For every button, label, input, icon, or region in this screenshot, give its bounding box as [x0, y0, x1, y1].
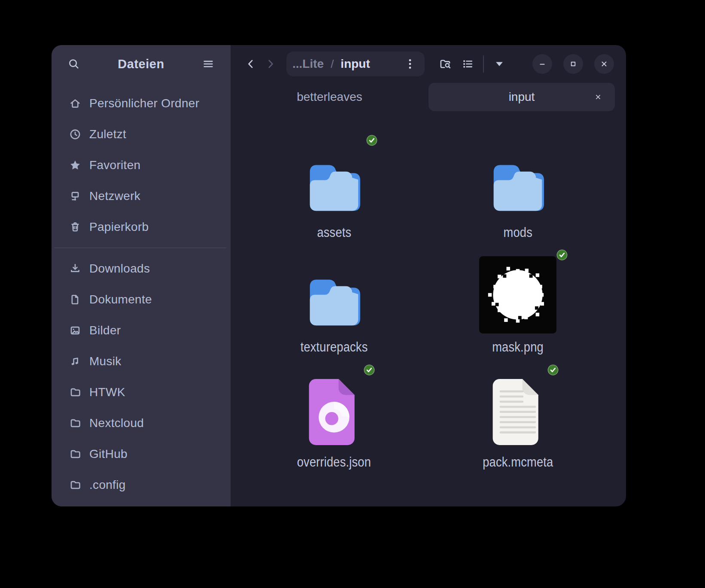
close-button[interactable] — [594, 54, 614, 74]
sidebar-item-label: Nextcloud — [89, 416, 144, 430]
file-name-label: mods — [503, 225, 532, 240]
search-icon[interactable] — [64, 55, 83, 73]
synced-check-emblem — [366, 135, 377, 146]
toolbar: ...Lite / input — [231, 45, 626, 83]
sidebar-item-label: Bilder — [89, 324, 121, 337]
file-name-label: pack.mcmeta — [483, 455, 553, 470]
folder-icon — [302, 252, 366, 333]
tab-label: input — [509, 90, 535, 104]
sidebar-item-pers-nlicher-ordner[interactable]: Persönlicher Ordner — [52, 88, 231, 119]
tab-input[interactable]: input — [428, 83, 615, 111]
file-name-label: overrides.json — [297, 455, 371, 470]
back-icon[interactable] — [241, 54, 261, 74]
sidebar-item-label: GitHub — [89, 447, 128, 461]
folder-icon — [69, 417, 82, 430]
sidebar-item-label: HTWK — [89, 385, 125, 399]
file-item-mask-png[interactable]: mask.png — [445, 252, 591, 355]
file-grid: assets mods texturepacks mask.png overri… — [231, 111, 626, 506]
kebab-menu-icon[interactable] — [401, 55, 419, 73]
synced-check-emblem — [556, 249, 568, 261]
forward-icon[interactable] — [261, 54, 280, 74]
sidebar-item-zuletzt[interactable]: Zuletzt — [52, 119, 231, 150]
sidebar-item-favoriten[interactable]: Favoriten — [52, 150, 231, 181]
toolbar-separator — [483, 55, 484, 73]
folder-search-icon[interactable] — [436, 55, 455, 73]
sidebar-list: Persönlicher Ordner Zuletzt Favoriten Ne… — [52, 83, 231, 500]
sidebar-item-label: Zuletzt — [89, 127, 126, 141]
tab-bar: betterleavesinput — [231, 83, 626, 111]
file-name-label: mask.png — [492, 339, 544, 355]
file-name-label: texturepacks — [301, 339, 368, 355]
file-icon — [479, 252, 556, 333]
tab-close-icon[interactable] — [591, 90, 605, 104]
sidebar-item-papierkorb[interactable]: Papierkorb — [52, 212, 231, 242]
tab-betterleaves[interactable]: betterleaves — [231, 83, 428, 111]
document-icon — [69, 293, 82, 306]
sidebar-item-label: Downloads — [89, 262, 150, 276]
sidebar-item-nextcloud[interactable]: Nextcloud — [52, 408, 231, 439]
star-icon — [69, 159, 82, 172]
folder-icon — [69, 479, 82, 491]
breadcrumb-ancestor[interactable]: ...Lite — [292, 57, 324, 71]
synced-check-emblem — [547, 364, 559, 376]
file-icon — [488, 367, 547, 449]
app-title: Dateien — [83, 57, 199, 71]
file-icon — [304, 367, 364, 449]
file-item-texturepacks[interactable]: texturepacks — [261, 252, 407, 355]
sidebar-item-label: Persönlicher Ordner — [89, 97, 199, 110]
view-options-dropdown-icon[interactable] — [490, 55, 509, 73]
sidebar-header: Dateien — [52, 45, 231, 83]
sidebar-item-dokumente[interactable]: Dokumente — [52, 284, 231, 315]
file-item-overrides-json[interactable]: overrides.json — [261, 367, 407, 470]
sidebar-item-bilder[interactable]: Bilder — [52, 315, 231, 346]
folder-icon — [486, 137, 550, 219]
network-icon — [69, 190, 82, 203]
folder-icon — [302, 137, 366, 219]
sidebar-item-htwk[interactable]: HTWK — [52, 377, 231, 408]
sidebar-item-musik[interactable]: Musik — [52, 346, 231, 377]
file-item-mods[interactable]: mods — [445, 137, 591, 240]
window-controls — [532, 54, 620, 74]
sidebar-item-netzwerk[interactable]: Netzwerk — [52, 181, 231, 212]
minimize-button[interactable] — [532, 54, 552, 74]
trash-icon — [69, 221, 82, 233]
home-icon — [69, 97, 82, 110]
clock-icon — [69, 128, 82, 141]
breadcrumb-current[interactable]: input — [340, 57, 401, 71]
synced-check-emblem — [364, 364, 375, 376]
sidebar-item-label: Netzwerk — [89, 189, 140, 203]
sidebar-item-downloads[interactable]: Downloads — [52, 253, 231, 284]
file-item-pack-mcmeta[interactable]: pack.mcmeta — [445, 367, 591, 470]
content-area: ...Lite / input betterleavesinput — [231, 45, 626, 506]
folder-icon — [69, 448, 82, 461]
music-icon — [69, 355, 82, 368]
download-icon — [69, 262, 82, 275]
breadcrumb[interactable]: ...Lite / input — [286, 52, 425, 76]
sidebar: Dateien Persönlicher Ordner Zuletzt Favo… — [52, 45, 231, 506]
file-item-assets[interactable]: assets — [261, 137, 407, 240]
sidebar-item-label: Musik — [89, 355, 122, 368]
menu-icon[interactable] — [199, 55, 218, 73]
list-view-icon[interactable] — [458, 55, 477, 73]
sidebar-item-label: .config — [89, 478, 126, 492]
file-manager-window: Dateien Persönlicher Ordner Zuletzt Favo… — [52, 45, 626, 506]
sidebar-divider — [54, 248, 226, 248]
image-icon — [69, 324, 82, 337]
sidebar-item-label: Papierkorb — [89, 220, 149, 234]
sidebar-item-github[interactable]: GitHub — [52, 439, 231, 470]
sidebar-item-label: Dokumente — [89, 293, 152, 306]
tab-label: betterleaves — [297, 90, 362, 104]
folder-icon — [69, 386, 82, 399]
breadcrumb-separator: / — [331, 58, 334, 71]
file-name-label: assets — [317, 225, 351, 240]
sidebar-item-label: Favoriten — [89, 158, 140, 172]
sidebar-item-config[interactable]: .config — [52, 470, 231, 500]
view-controls — [436, 55, 509, 73]
maximize-button[interactable] — [563, 54, 583, 74]
